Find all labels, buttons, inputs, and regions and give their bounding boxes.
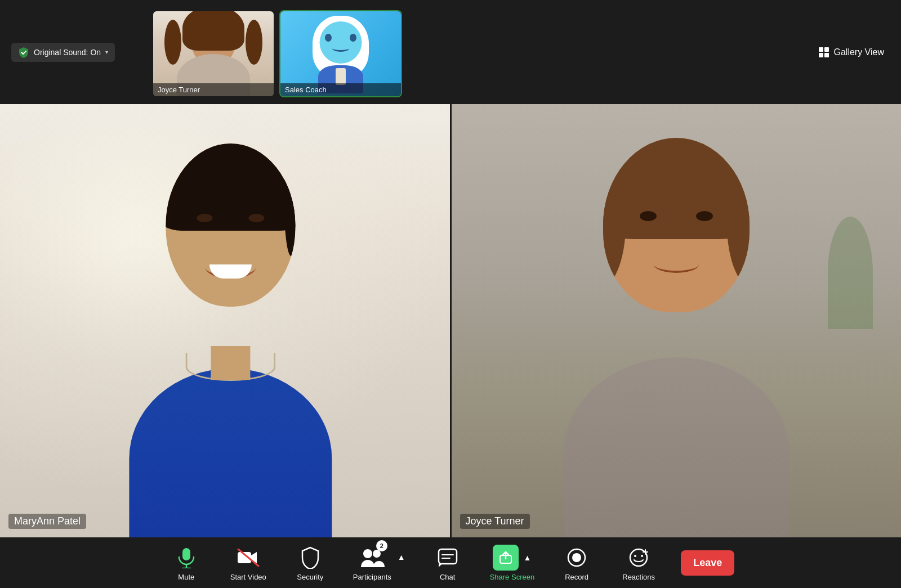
chat-label: Chat [440,573,455,581]
main-video-area: MaryAnn Patel [0,104,901,537]
participants-button[interactable]: 2 Participants [353,545,392,581]
security-label: Security [297,573,323,581]
share-chevron-icon[interactable]: ▲ [523,553,531,562]
mute-button[interactable]: Mute [167,545,206,581]
joyce-avatar [513,121,840,537]
gallery-view-label: Gallery View [833,47,884,57]
maryann-video-bg [0,104,450,537]
mic-icon [173,545,199,571]
toolbar: Mute Start Video Security [0,537,901,588]
video-off-icon [235,545,261,571]
share-screen-icon-group: ▲ [493,545,531,571]
maryann-name-label: MaryAnn Patel [8,514,86,529]
joyce-head [603,138,750,312]
gallery-view-button[interactable]: Gallery View [819,0,901,104]
reactions-icon [626,545,652,571]
maryann-avatar [84,143,377,537]
thumbnail-joyce[interactable]: Joyce Turner [152,10,275,97]
share-screen-button[interactable]: ▲ Share Screen [490,545,535,581]
maryann-head [166,143,296,307]
record-button[interactable]: Record [557,545,596,581]
sales-coach-thumb-label: Sales Coach [280,83,401,96]
joyce-thumb-label: Joyce Turner [153,83,274,96]
leave-button[interactable]: Leave [681,550,734,576]
chat-icon [435,545,461,571]
joyce-hair-right [727,160,750,290]
joyce-hair-left [603,160,626,290]
chat-button[interactable]: Chat [428,545,467,581]
reactions-label: Reactions [622,573,655,581]
thumbnail-sales-coach[interactable]: Sales Coach [279,10,402,97]
svg-rect-0 [182,548,190,560]
joyce-video-bg [452,104,902,537]
svg-rect-7 [439,549,457,564]
shield-green-icon [18,46,29,59]
mute-label: Mute [178,573,194,581]
participants-count: 2 [376,540,387,551]
svg-point-12 [572,553,581,562]
share-screen-label: Share Screen [490,573,535,581]
security-button[interactable]: Security [291,545,330,581]
start-video-button[interactable]: Start Video [229,545,268,581]
original-sound-label: Original Sound: On [34,48,101,57]
security-icon [297,545,323,571]
record-icon [564,545,590,571]
participants-label: Participants [353,573,391,581]
maryann-hair-side [284,143,296,256]
svg-point-14 [634,555,636,557]
reactions-button[interactable]: Reactions [619,545,658,581]
share-screen-icon [493,545,519,571]
gallery-grid-icon [819,47,829,57]
joyce-body [564,357,789,537]
start-video-label: Start Video [230,573,266,581]
record-label: Record [565,573,588,581]
joyce-name-label: Joyce Turner [460,514,530,529]
participants-chevron-icon[interactable]: ▲ [398,553,405,562]
original-sound-button[interactable]: Original Sound: On ▾ [11,43,115,62]
maryann-body [130,369,332,537]
svg-point-15 [641,555,643,557]
joyce-video-panel: Joyce Turner [452,104,902,537]
dropdown-arrow-icon: ▾ [105,49,108,55]
maryann-video-panel: MaryAnn Patel [0,104,452,537]
svg-point-5 [363,549,372,558]
thumbnails-row: Joyce Turner [152,10,402,97]
top-bar: Original Sound: On ▾ Joyce Turner [0,0,901,104]
participants-icon: 2 [359,545,385,571]
maryann-neck [211,346,251,380]
